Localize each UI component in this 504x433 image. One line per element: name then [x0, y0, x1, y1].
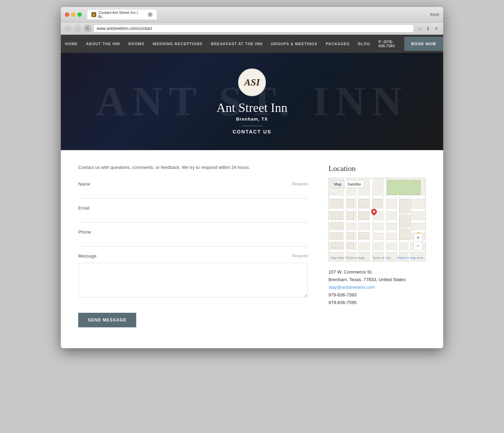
map-block [399, 199, 411, 212]
map-zoom-controls: + − [414, 233, 423, 251]
message-field: Message Required [78, 253, 308, 299]
site-nav: HOME ABOUT THE INN ROOMS WEDDING RECEPTI… [61, 35, 443, 53]
browser-user: Kent [430, 12, 439, 17]
map-road [343, 178, 347, 261]
map-block [346, 232, 354, 239]
map-park [387, 180, 421, 195]
contact-form-section: Contact us with questions, comments, or … [78, 164, 308, 327]
nav-groups[interactable]: GROUPS & MEETINGS [267, 37, 322, 51]
tab-area: A Contact Ant Street Inn | Br... ✕ [87, 10, 428, 19]
map-block [331, 211, 342, 220]
map-block [346, 199, 354, 207]
tab-title: Contact Ant Street Inn | Br... [98, 10, 145, 19]
map-road [369, 178, 373, 261]
map-block [359, 199, 368, 207]
location-title: Location [328, 164, 426, 173]
content-inner: Contact us with questions, comments, or … [61, 150, 443, 348]
map-pin-dot [373, 211, 375, 213]
tab-close-icon[interactable]: ✕ [148, 12, 153, 17]
nav-blog[interactable]: BLOG [354, 37, 374, 51]
forward-button[interactable]: › [74, 25, 82, 32]
logo-text: ASI [244, 77, 260, 88]
toolbar-icons: ☆ ℹ ≡ [416, 25, 440, 32]
name-label-row: Name Required [78, 181, 308, 187]
browser-titlebar: A Contact Ant Street Inn | Br... ✕ Kent [61, 7, 443, 23]
send-message-button[interactable]: SEND MESSAGE [78, 313, 136, 327]
email-field: Email [78, 205, 308, 222]
contact-description: Contact us with questions, comments, or … [78, 164, 308, 171]
map-block [372, 199, 382, 207]
email-input[interactable] [78, 213, 308, 222]
phone-input[interactable] [78, 237, 308, 246]
map-container[interactable]: Map Satellite 👤 + − [328, 178, 426, 261]
hero-section: ANT ST. INN ASI Ant Street Inn Brenham, … [61, 53, 443, 150]
browser-window: A Contact Ant Street Inn | Br... ✕ Kent … [61, 7, 443, 348]
map-block [359, 211, 368, 220]
maximize-button[interactable] [78, 13, 82, 17]
map-pin[interactable] [371, 209, 377, 217]
map-footer: Map data ©2016 Google [331, 256, 365, 260]
address-phone2: 979-836-7595 [328, 299, 426, 307]
map-toolbar: Map Satellite [331, 180, 364, 188]
minimize-button[interactable] [71, 13, 75, 17]
reload-button[interactable]: ↻ [84, 25, 91, 32]
menu-icon[interactable]: ≡ [433, 25, 440, 32]
email-label-row: Email [78, 205, 308, 211]
traffic-lights [65, 13, 82, 17]
nav-home[interactable]: HOME [61, 37, 82, 51]
sidebar-section: Location [328, 164, 426, 327]
book-now-button[interactable]: BOOK NOW [404, 37, 443, 51]
map-block [399, 215, 411, 227]
map-background [329, 178, 425, 261]
nav-wedding[interactable]: WEDDING RECEPTIONS [148, 37, 207, 51]
back-button[interactable]: ‹ [64, 25, 72, 32]
map-block [331, 232, 342, 239]
info-icon[interactable]: ℹ [424, 25, 431, 32]
hero-logo: ASI [238, 68, 266, 96]
hero-location: Brenham, TX [217, 116, 287, 122]
map-tab-satellite[interactable]: Satellite [344, 181, 364, 188]
phone-label: Phone [78, 229, 91, 235]
address-line1: 107 W. Commerce St. [328, 268, 426, 276]
zoom-in-button[interactable]: + [414, 234, 422, 242]
map-report-error[interactable]: Report a map error [397, 256, 423, 260]
phone-label-row: Phone [78, 229, 308, 235]
nav-packages[interactable]: PACKAGES [322, 37, 354, 51]
nav-breakfast[interactable]: BREAKFAST AT THE INN [207, 37, 267, 51]
map-terms[interactable]: Terms of Use [372, 256, 391, 260]
bookmark-icon[interactable]: ☆ [416, 25, 423, 32]
map-block [346, 242, 354, 248]
main-content: Contact us with questions, comments, or … [61, 150, 443, 348]
content-layout: Contact us with questions, comments, or … [78, 164, 426, 327]
nav-about[interactable]: ABOUT THE INN [82, 37, 124, 51]
map-block [346, 211, 354, 220]
map-block [331, 242, 342, 248]
browser-toolbar: ‹ › ↻ ☆ ℹ ≡ [61, 23, 443, 35]
zoom-out-button[interactable]: − [414, 242, 422, 250]
name-input[interactable] [78, 189, 308, 198]
address-bar[interactable] [94, 24, 414, 33]
email-label: Email [78, 205, 90, 211]
close-button[interactable] [65, 13, 69, 17]
site-content: HOME ABOUT THE INN ROOMS WEDDING RECEPTI… [61, 35, 443, 348]
hero-page-title: CONTACT US [217, 129, 287, 134]
nav-rooms[interactable]: ROOMS [124, 37, 148, 51]
map-data-text: Map data ©2016 Google [331, 256, 365, 260]
active-tab[interactable]: A Contact Ant Street Inn | Br... ✕ [87, 10, 157, 19]
tab-favicon: A [91, 12, 96, 17]
map-road [383, 178, 387, 261]
map-block [331, 199, 342, 207]
name-field: Name Required [78, 181, 308, 198]
address-line2: Brenham, Texas, 77833, United States [328, 276, 426, 284]
address-phone1: 979-836-7393 [328, 291, 426, 299]
address-block: 107 W. Commerce St. Brenham, Texas, 7783… [328, 268, 426, 307]
map-tab-map[interactable]: Map [331, 181, 344, 188]
message-label: Message [78, 253, 97, 259]
name-required: Required [292, 182, 308, 186]
message-required: Required [292, 254, 308, 258]
hero-inn-name: Ant Street Inn [217, 100, 287, 115]
message-textarea[interactable] [78, 263, 308, 297]
map-block [399, 230, 411, 240]
map-road [356, 178, 359, 261]
address-email[interactable]: stay@antstreetinn.com [328, 285, 375, 290]
